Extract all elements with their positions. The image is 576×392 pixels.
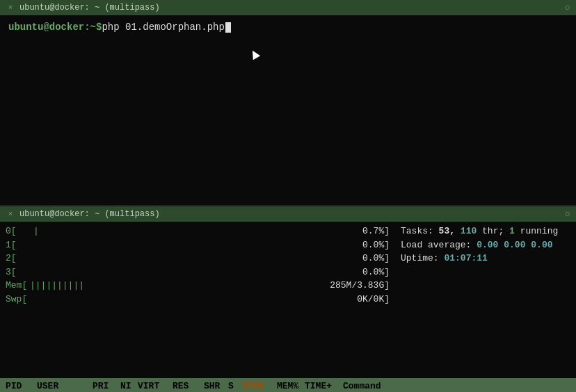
tasks-row: Tasks: 53, 110 thr; 1 running xyxy=(401,224,570,238)
header-shr: SHR xyxy=(204,381,228,391)
header-s: S xyxy=(228,381,242,391)
tasks-section: Tasks: 53, 110 thr; 1 running Load avera… xyxy=(390,224,570,306)
title-bar-left: × ubuntu@docker: ~ (multipass) xyxy=(6,3,160,13)
header-cpu[interactable]: CPU% xyxy=(242,381,277,391)
cpu3-label: 3[ xyxy=(6,266,33,279)
header-cmd: Command xyxy=(343,381,381,391)
tasks-running-label: running xyxy=(515,224,558,238)
uptime-row: Uptime: 01:07:11 xyxy=(401,252,570,266)
top-terminal-title: ubuntu@docker: ~ (multipass) xyxy=(19,3,160,13)
top-title-bar: × ubuntu@docker: ~ (multipass) ○ xyxy=(0,0,576,15)
load-15: 0.00 xyxy=(531,238,552,252)
header-pid: PID xyxy=(6,381,37,391)
tasks-thr: 110 xyxy=(461,224,477,238)
uptime-value: 01:07:11 xyxy=(444,252,487,266)
htop-header: PID USER PRI NI VIRT RES SHR S CPU% MEM%… xyxy=(0,378,576,392)
prompt-command: php 01.demoOrphan.php xyxy=(102,21,224,35)
header-time: TIME+ xyxy=(305,381,343,391)
cpu0-label: 0[ xyxy=(6,224,33,238)
cpu1-percent: 0.0%] xyxy=(348,238,390,252)
cpu0-percent: 0.7%] xyxy=(348,224,390,238)
bottom-terminal: × ubuntu@docker: ~ (multipass) ○ 0[ | 0.… xyxy=(0,206,576,392)
load-1: 0.00 xyxy=(477,238,498,252)
bottom-title-bar: × ubuntu@docker: ~ (multipass) ○ xyxy=(0,206,576,222)
cpu-row-2: 2[ 0.0%] xyxy=(6,252,390,266)
prompt-line: ubuntu@docker:~$ php 01.demoOrphan.php xyxy=(8,21,568,35)
mouse-cursor xyxy=(249,49,260,60)
top-terminal-content: ubuntu@docker:~$ php 01.demoOrphan.php xyxy=(0,15,576,205)
swp-value: 0K/0K] xyxy=(320,293,390,307)
spacer xyxy=(6,306,570,327)
header-ni: NI xyxy=(120,381,138,391)
tasks-thr-label: thr; xyxy=(477,224,509,238)
bottom-terminal-title: ubuntu@docker: ~ (multipass) xyxy=(19,209,160,219)
top-terminal: × ubuntu@docker: ~ (multipass) ○ ubuntu@… xyxy=(0,0,576,205)
mem-row: Mem[ |||||||||| 285M/3.83G] xyxy=(6,279,390,293)
tasks-running: 1 xyxy=(509,224,515,238)
header-pri: PRI xyxy=(93,381,120,391)
swp-row: Swp[ 0K/0K] xyxy=(6,293,390,307)
load-5: 0.00 xyxy=(504,238,525,252)
bottom-close-icon[interactable]: ○ xyxy=(565,209,570,220)
terminal-cursor xyxy=(225,22,231,33)
cpu-row-3: 3[ 0.0%] xyxy=(6,266,390,279)
prompt-user: ubuntu@docker:~$ xyxy=(8,21,102,35)
header-mem: MEM% xyxy=(277,381,305,391)
close-icon[interactable]: ○ xyxy=(565,2,570,13)
load-label: Load average: xyxy=(401,238,477,252)
mem-bar: |||||||||| xyxy=(30,279,84,293)
tasks-label: Tasks: xyxy=(401,224,439,238)
bottom-title-left: × ubuntu@docker: ~ (multipass) xyxy=(6,209,160,219)
tasks-count: 53, xyxy=(439,224,461,238)
uptime-label: Uptime: xyxy=(401,252,444,266)
load-row: Load average: 0.00 0.00 0.00 xyxy=(401,238,570,252)
cpu3-percent: 0.0%] xyxy=(348,266,390,279)
cpu-row-1: 1[ 0.0%] xyxy=(6,238,390,252)
bottom-minimize-icon[interactable]: × xyxy=(6,209,15,219)
cpu1-label: 1[ xyxy=(6,238,33,252)
minimize-icon[interactable]: × xyxy=(6,3,15,13)
cpu-row-0: 0[ | 0.7%] xyxy=(6,224,390,238)
htop-content: 0[ | 0.7%] 1[ 0.0%] 2[ 0.0%] xyxy=(0,222,576,378)
cpu2-label: 2[ xyxy=(6,252,33,266)
cpu2-percent: 0.0%] xyxy=(348,252,390,266)
cpu0-bar: | xyxy=(33,224,39,238)
swp-label: Swp[ xyxy=(6,293,30,307)
mem-label: Mem[ xyxy=(6,279,30,293)
mem-value: 285M/3.83G] xyxy=(320,279,390,293)
header-virt: VIRT xyxy=(138,381,173,391)
header-user: USER xyxy=(37,381,93,391)
header-res: RES xyxy=(173,381,204,391)
cpu-section: 0[ | 0.7%] 1[ 0.0%] 2[ 0.0%] xyxy=(6,224,390,306)
